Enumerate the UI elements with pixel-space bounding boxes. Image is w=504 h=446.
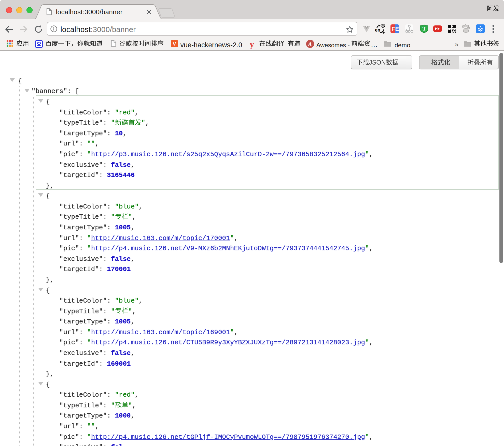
svg-text:A: A	[307, 41, 312, 47]
svg-text:T: T	[422, 25, 426, 32]
svg-text:F: F	[391, 26, 395, 32]
svg-text:E: E	[395, 26, 399, 32]
svg-text:V: V	[173, 41, 176, 47]
